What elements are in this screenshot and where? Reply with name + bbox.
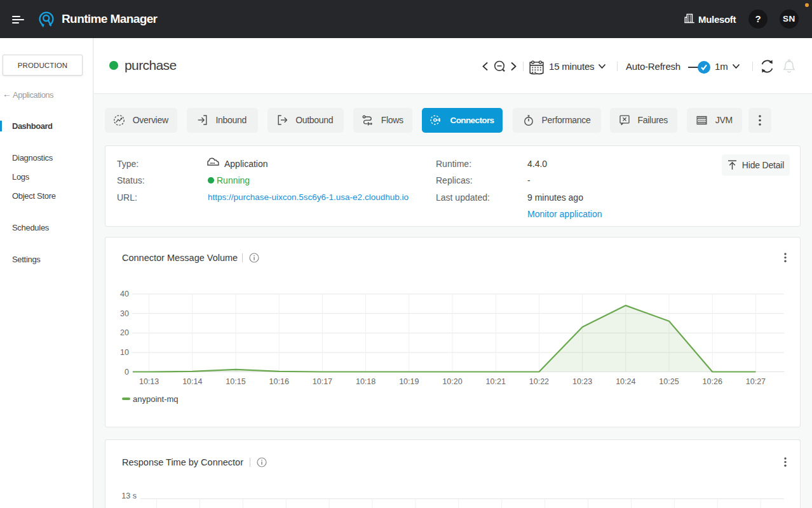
svg-text:10:19: 10:19 — [399, 377, 419, 386]
svg-text:10:25: 10:25 — [659, 377, 679, 386]
svg-text:10:20: 10:20 — [442, 377, 462, 386]
svg-text:20: 20 — [120, 328, 129, 337]
svg-text:10:22: 10:22 — [529, 377, 549, 386]
svg-text:10:14: 10:14 — [182, 377, 202, 386]
svg-text:10:15: 10:15 — [226, 377, 245, 386]
svg-text:10:16: 10:16 — [269, 377, 289, 386]
svg-text:10:26: 10:26 — [703, 377, 722, 386]
svg-text:10:17: 10:17 — [313, 377, 332, 386]
svg-text:anypoint-mq: anypoint-mq — [133, 394, 179, 404]
svg-text:10:21: 10:21 — [486, 377, 506, 386]
svg-text:30: 30 — [120, 309, 129, 318]
svg-text:10:18: 10:18 — [356, 377, 376, 386]
svg-text:10:27: 10:27 — [746, 377, 766, 386]
svg-text:13 s: 13 s — [121, 491, 137, 500]
svg-text:0: 0 — [125, 368, 129, 377]
svg-text:10:23: 10:23 — [572, 377, 592, 386]
svg-text:40: 40 — [120, 290, 129, 298]
svg-text:10:24: 10:24 — [616, 377, 635, 386]
svg-text:10: 10 — [120, 348, 129, 357]
svg-text:10:13: 10:13 — [139, 377, 159, 386]
